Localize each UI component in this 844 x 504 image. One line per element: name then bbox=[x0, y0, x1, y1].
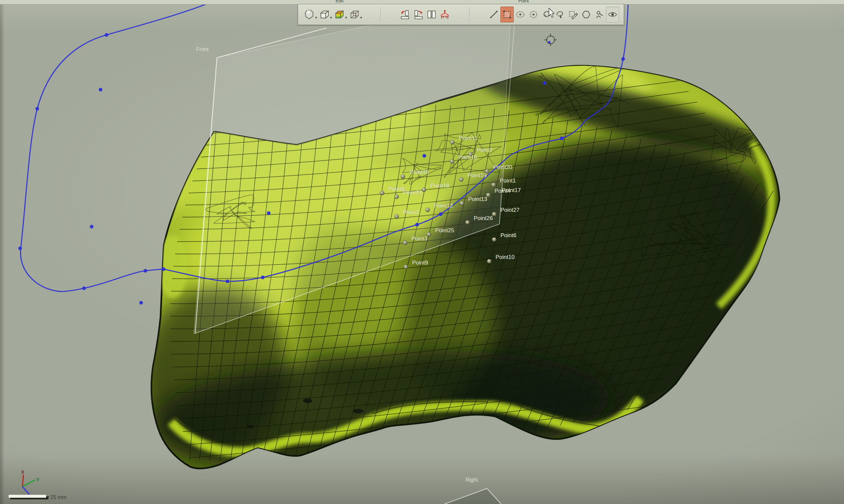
home-view-button[interactable] bbox=[438, 6, 451, 22]
point-marker[interactable] bbox=[401, 175, 405, 179]
wireframe-view-icon bbox=[319, 9, 330, 20]
point-marker[interactable] bbox=[487, 259, 492, 264]
toolbar: ▾▾▾▾ bbox=[298, 4, 624, 25]
point-label[interactable]: Point9 bbox=[412, 259, 428, 266]
paint-select-button[interactable] bbox=[566, 6, 580, 22]
custom-select-button[interactable] bbox=[593, 6, 606, 22]
point-marker[interactable] bbox=[492, 237, 497, 242]
spline-control-dot[interactable] bbox=[226, 280, 229, 283]
point-marker[interactable] bbox=[459, 178, 464, 182]
home-view-icon bbox=[440, 9, 450, 20]
point-label[interactable]: Point6 bbox=[500, 232, 516, 238]
axis-y-label: Y bbox=[36, 477, 39, 482]
point-label[interactable]: Point11 bbox=[459, 135, 477, 141]
spline-control-dot[interactable] bbox=[621, 57, 625, 61]
point-label[interactable]: Point8 bbox=[389, 186, 404, 192]
spline-control-dot[interactable] bbox=[423, 154, 426, 158]
hexagon-select-button[interactable] bbox=[580, 6, 593, 22]
rotate-left-view-button[interactable] bbox=[399, 6, 412, 22]
colormap-view-button[interactable] bbox=[333, 6, 346, 22]
rectangle-select-button[interactable] bbox=[500, 6, 514, 22]
spline-control-dot[interactable] bbox=[99, 88, 103, 92]
mouse-cursor bbox=[547, 8, 556, 19]
spline-control-dot[interactable] bbox=[261, 276, 265, 280]
spline-control-dot[interactable] bbox=[18, 247, 22, 250]
split-view-icon bbox=[426, 9, 437, 20]
point-marker[interactable] bbox=[403, 241, 408, 245]
toolbar-separator bbox=[469, 7, 469, 22]
menu-item-point[interactable]: Point bbox=[518, 0, 529, 3]
colormap-view-icon bbox=[334, 9, 345, 20]
point-marker[interactable] bbox=[450, 159, 454, 164]
point-label[interactable]: Point15 bbox=[410, 169, 429, 175]
custom-select-icon bbox=[594, 9, 605, 20]
spline-control-dot[interactable] bbox=[90, 225, 93, 229]
point-marker[interactable] bbox=[426, 208, 430, 212]
visibility-toggle-button[interactable] bbox=[606, 6, 619, 22]
split-view-button[interactable] bbox=[425, 6, 438, 22]
point-marker[interactable] bbox=[395, 214, 399, 219]
transparent-view-button[interactable] bbox=[348, 6, 361, 22]
ellipse-select-icon bbox=[515, 9, 526, 20]
point-label[interactable]: Point27 bbox=[500, 207, 520, 213]
spline-control-dot[interactable] bbox=[439, 213, 443, 216]
spline-control-dot[interactable] bbox=[267, 212, 271, 215]
point-marker[interactable] bbox=[380, 191, 384, 195]
menu-item-edit[interactable]: Edit bbox=[335, 0, 344, 3]
spline-control-dot[interactable] bbox=[543, 82, 547, 85]
visibility-toggle-icon bbox=[607, 9, 618, 20]
point-label[interactable]: Point12 bbox=[434, 203, 453, 209]
point-label[interactable]: Point17 bbox=[502, 187, 521, 193]
wireframe-view-button[interactable] bbox=[318, 6, 331, 22]
point-label[interactable]: Point2 bbox=[403, 209, 419, 215]
ellipse-select-button[interactable] bbox=[514, 6, 527, 22]
polygon-select-icon bbox=[554, 9, 565, 20]
rectangle-select-icon bbox=[502, 9, 512, 20]
spline-control-dot[interactable] bbox=[36, 107, 39, 111]
point-marker[interactable] bbox=[427, 233, 431, 237]
application-window: FrontRight Point11Point7Point16Point15Po… bbox=[0, 0, 844, 504]
circle-select-button[interactable] bbox=[527, 6, 540, 22]
point-label[interactable]: Point1 bbox=[500, 178, 516, 184]
point-label[interactable]: Point7 bbox=[477, 147, 493, 153]
point-label[interactable]: Point23 bbox=[403, 190, 422, 196]
right-plane[interactable] bbox=[444, 488, 501, 504]
point-marker[interactable] bbox=[492, 183, 496, 187]
point-label[interactable]: Point13 bbox=[468, 196, 487, 202]
point-marker[interactable] bbox=[395, 195, 399, 199]
point-marker[interactable] bbox=[404, 265, 408, 269]
point-label[interactable]: Point3 bbox=[411, 236, 427, 242]
rotate-right-view-button[interactable] bbox=[412, 6, 425, 22]
point-marker[interactable] bbox=[460, 201, 464, 205]
line-select-button[interactable] bbox=[487, 6, 500, 22]
point-label[interactable]: Point20 bbox=[493, 164, 512, 170]
spline-control-dot[interactable] bbox=[139, 301, 143, 305]
point-label[interactable]: Point10 bbox=[496, 254, 515, 260]
scale-bar: 25 mm bbox=[8, 494, 67, 500]
shaded-view-button[interactable] bbox=[303, 6, 316, 22]
point-marker[interactable] bbox=[466, 220, 470, 224]
point-marker[interactable] bbox=[422, 188, 426, 192]
point-label[interactable]: Point19 bbox=[467, 172, 487, 179]
point-label[interactable]: Point16 bbox=[458, 154, 477, 160]
spline-control-dot[interactable] bbox=[144, 269, 148, 273]
spline-selected-dot[interactable] bbox=[560, 137, 564, 140]
spline-control-dot[interactable] bbox=[415, 223, 419, 227]
point-label[interactable]: Point18 bbox=[430, 182, 449, 189]
point-label[interactable]: Point25 bbox=[435, 227, 454, 234]
3d-viewport[interactable]: FrontRight Point11Point7Point16Point15Po… bbox=[0, 0, 844, 504]
scale-bar-label: 25 mm bbox=[50, 494, 67, 500]
rotate-right-view-icon bbox=[413, 9, 424, 20]
plane-label-right: Right bbox=[466, 477, 478, 483]
shaded-view-icon bbox=[304, 9, 314, 20]
point-marker[interactable] bbox=[450, 140, 455, 145]
spline-control-dot[interactable] bbox=[82, 287, 86, 290]
rotate-left-view-icon bbox=[400, 9, 411, 20]
point-label[interactable]: Point26 bbox=[474, 215, 493, 221]
plane-label-front: Front bbox=[196, 47, 209, 52]
toolbar-separator bbox=[380, 7, 381, 22]
hexagon-select-icon bbox=[581, 9, 591, 20]
line-select-icon bbox=[488, 9, 499, 20]
spline-control-dot[interactable] bbox=[162, 268, 166, 271]
spline-control-dot[interactable] bbox=[105, 33, 108, 37]
